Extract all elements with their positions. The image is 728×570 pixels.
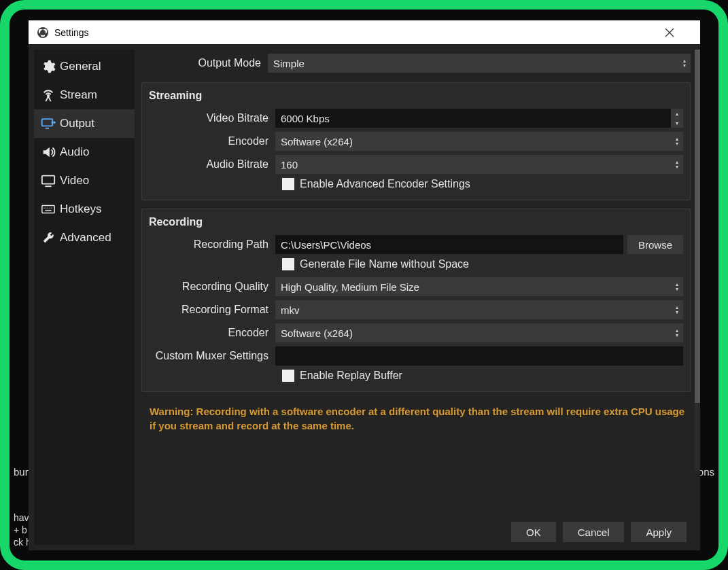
- no-space-checkbox-label: Generate File Name without Space: [300, 258, 469, 270]
- replay-buffer-checkbox-label: Enable Replay Buffer: [300, 370, 402, 382]
- output-icon: [41, 116, 60, 131]
- output-mode-label: Output Mode: [141, 57, 268, 69]
- sidebar-item-label: Video: [60, 174, 89, 188]
- apply-button[interactable]: Apply: [631, 522, 687, 542]
- streaming-group: Streaming Video Bitrate 6000 Kbps ▴▾: [141, 82, 691, 200]
- audio-bitrate-value: 160: [281, 159, 298, 171]
- recording-encoder-value: Software (x264): [281, 327, 353, 339]
- sidebar: General Stream Output: [34, 50, 135, 545]
- audio-bitrate-select[interactable]: 160 ▴▾: [275, 155, 683, 174]
- svg-rect-13: [42, 176, 54, 184]
- no-space-checkbox[interactable]: [282, 258, 294, 270]
- muxer-input[interactable]: [275, 346, 683, 366]
- recording-title: Recording: [149, 216, 683, 228]
- chevron-updown-icon: ▴▾: [678, 54, 691, 73]
- sidebar-item-label: Output: [60, 117, 94, 130]
- sidebar-item-output[interactable]: Output: [34, 109, 135, 138]
- video-bitrate-label: Video Bitrate: [149, 112, 275, 124]
- sidebar-item-label: Audio: [60, 145, 89, 159]
- sidebar-item-audio[interactable]: Audio: [34, 138, 135, 166]
- sidebar-item-label: Advanced: [60, 231, 111, 245]
- sidebar-item-video[interactable]: Video: [34, 166, 135, 195]
- cancel-button[interactable]: Cancel: [563, 522, 625, 542]
- streaming-encoder-label: Encoder: [149, 135, 275, 147]
- spinner-icon[interactable]: ▴▾: [671, 109, 683, 128]
- antenna-icon: [41, 88, 60, 103]
- sidebar-item-general[interactable]: General: [34, 52, 135, 81]
- recording-format-label: Recording Format: [149, 304, 275, 316]
- recording-path-value: C:\Users\PC\Videos: [281, 239, 371, 251]
- sidebar-item-stream[interactable]: Stream: [34, 81, 135, 109]
- keyboard-icon: [41, 202, 60, 217]
- streaming-title: Streaming: [149, 90, 683, 102]
- titlebar: Settings: [29, 20, 700, 44]
- app-icon: [37, 26, 49, 39]
- output-mode-value: Simple: [273, 58, 305, 69]
- sidebar-item-label: Hotkeys: [60, 202, 101, 216]
- streaming-encoder-value: Software (x264): [281, 136, 353, 147]
- advanced-encoder-checkbox[interactable]: [282, 178, 294, 190]
- svg-line-8: [46, 96, 48, 101]
- bg-text: hav: [14, 512, 29, 523]
- footer: OK Cancel Apply: [141, 515, 695, 550]
- tools-icon: [41, 230, 60, 245]
- settings-window: Settings General: [29, 20, 700, 550]
- sidebar-item-label: General: [60, 60, 101, 73]
- advanced-encoder-checkbox-label: Enable Advanced Encoder Settings: [300, 178, 470, 190]
- close-button[interactable]: [665, 28, 692, 37]
- recording-encoder-label: Encoder: [149, 327, 275, 339]
- video-bitrate-value: 6000 Kbps: [281, 113, 330, 124]
- ok-button[interactable]: OK: [511, 522, 556, 542]
- bg-text: bur: [14, 466, 29, 478]
- chevron-updown-icon: ▴▾: [671, 155, 683, 174]
- audio-icon: [41, 145, 60, 160]
- svg-point-4: [40, 30, 46, 35]
- muxer-label: Custom Muxer Settings: [149, 350, 275, 362]
- svg-line-9: [48, 96, 51, 101]
- recording-path-label: Recording Path: [149, 238, 275, 251]
- svg-rect-15: [42, 206, 54, 213]
- chevron-updown-icon: ▴▾: [671, 132, 683, 151]
- recording-quality-value: High Quality, Medium File Size: [281, 281, 419, 293]
- chevron-updown-icon: ▴▾: [671, 323, 683, 342]
- output-mode-select[interactable]: Simple ▴▾: [268, 54, 691, 73]
- bg-text: + b: [14, 524, 27, 535]
- sidebar-item-label: Stream: [60, 88, 97, 102]
- sidebar-item-advanced[interactable]: Advanced: [34, 224, 135, 252]
- warning-text: Warning: Recording with a software encod…: [141, 400, 691, 442]
- scrollbar-thumb[interactable]: [695, 50, 700, 403]
- recording-path-input[interactable]: C:\Users\PC\Videos: [275, 235, 623, 254]
- chevron-updown-icon: ▴▾: [671, 277, 683, 296]
- streaming-encoder-select[interactable]: Software (x264) ▴▾: [275, 132, 683, 151]
- recording-quality-label: Recording Quality: [149, 281, 275, 293]
- svg-rect-10: [42, 119, 52, 126]
- recording-encoder-select[interactable]: Software (x264) ▴▾: [275, 323, 683, 342]
- window-title: Settings: [54, 27, 665, 38]
- recording-format-select[interactable]: mkv ▴▾: [275, 300, 683, 319]
- recording-quality-select[interactable]: High Quality, Medium File Size ▴▾: [275, 277, 683, 296]
- bg-text: ons: [698, 466, 714, 478]
- video-icon: [41, 173, 60, 188]
- recording-format-value: mkv: [281, 304, 300, 316]
- video-bitrate-input[interactable]: 6000 Kbps ▴▾: [275, 109, 683, 128]
- content-panel: Output Mode Simple ▴▾ Streaming Video: [135, 44, 700, 550]
- gear-icon: [41, 59, 60, 74]
- chevron-updown-icon: ▴▾: [671, 300, 683, 319]
- sidebar-item-hotkeys[interactable]: Hotkeys: [34, 195, 135, 224]
- audio-bitrate-label: Audio Bitrate: [149, 158, 275, 171]
- browse-button[interactable]: Browse: [627, 235, 683, 254]
- recording-group: Recording Recording Path C:\Users\PC\Vid…: [141, 209, 691, 392]
- replay-buffer-checkbox[interactable]: [282, 370, 294, 382]
